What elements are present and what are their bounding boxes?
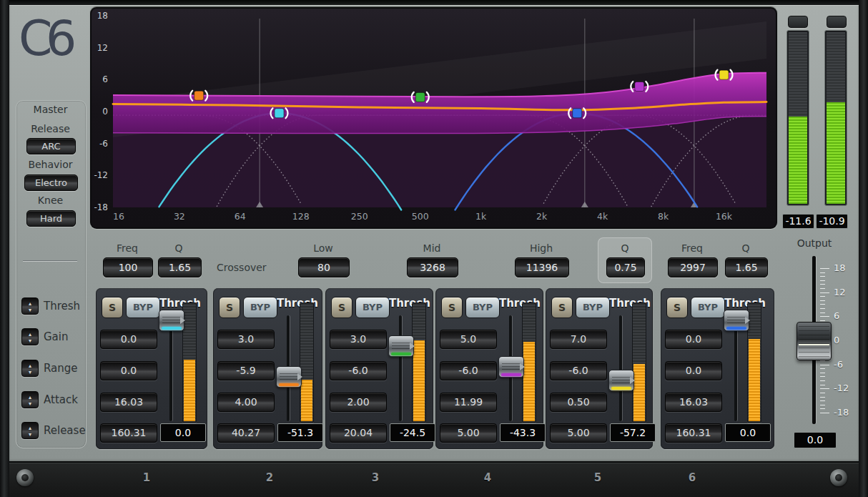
solo-button[interactable]: S (666, 297, 688, 318)
crossover-mid-label: Mid (423, 242, 441, 254)
thresh-value[interactable]: -43.3 (500, 423, 546, 442)
band-color-stripe (611, 387, 631, 390)
release-value[interactable]: 20.04 (330, 423, 387, 443)
master-title: Master (16, 104, 85, 115)
solo-button[interactable]: S (331, 297, 352, 318)
bypass-button[interactable]: BYP (243, 297, 277, 318)
master-release-stepper[interactable]: ▴▾ (21, 422, 39, 439)
y-axis-label: -18 (94, 202, 108, 212)
attack-value[interactable]: 11.99 (440, 393, 497, 412)
output-scale-label: -18 (834, 407, 858, 418)
band-number-label: 3 (372, 471, 379, 484)
band-strip-3: S BYP Thresh 3.0 -6.0 2.00 20.04 -24.5 (325, 288, 433, 449)
frequency-graph: 181260-6-12-181632641282505001k2k4k8k16k (90, 7, 777, 229)
range-value[interactable]: -6.0 (440, 361, 497, 380)
solo-button[interactable]: S (102, 297, 123, 318)
knee-button[interactable]: Hard (26, 210, 76, 227)
band1-freq-value[interactable]: 100 (103, 257, 153, 277)
clip-indicator-right[interactable] (827, 16, 847, 28)
crossover-high-value[interactable]: 11396 (515, 257, 569, 277)
gain-value[interactable]: 3.0 (330, 330, 387, 349)
band-level-meter-fill (184, 360, 195, 421)
gain-value[interactable]: 0.0 (100, 330, 157, 349)
range-value[interactable]: -5.9 (217, 361, 275, 380)
attack-value[interactable]: 16.03 (100, 393, 157, 412)
gain-value[interactable]: 0.0 (665, 330, 722, 349)
output-scale-label: -6 (834, 359, 858, 370)
attack-value[interactable]: 2.00 (330, 393, 387, 412)
release-value[interactable]: 40.27 (217, 423, 275, 443)
solo-button[interactable]: S (551, 297, 573, 318)
band-level-meter-fill (749, 339, 760, 421)
thresh-fader-track[interactable] (399, 315, 402, 421)
release-value[interactable]: 5.00 (440, 423, 497, 443)
thresh-fader-track[interactable] (619, 315, 622, 421)
meter-value-right[interactable]: -10.9 (816, 214, 848, 229)
solo-button[interactable]: S (219, 297, 240, 318)
thresh-fader-thumb[interactable] (724, 310, 749, 331)
gain-value[interactable]: 7.0 (550, 330, 607, 349)
arc-button[interactable]: ARC (26, 138, 76, 154)
x-axis-label: 32 (174, 211, 185, 222)
band-level-meter (632, 302, 646, 423)
thresh-fader-thumb[interactable] (608, 370, 634, 391)
screw-icon (830, 469, 847, 486)
footer-bar (9, 461, 859, 497)
output-value[interactable]: 0.0 (794, 432, 837, 448)
master-thresh-label: Thresh (44, 300, 80, 313)
x-axis-label: 500 (412, 211, 429, 222)
thresh-value[interactable]: 0.0 (725, 423, 771, 442)
thresh-fader-thumb[interactable] (388, 335, 414, 357)
meter-value-left[interactable]: -11.6 (782, 214, 814, 229)
band6-freq-value[interactable]: 2997 (668, 257, 718, 277)
crossover-mid-value[interactable]: 3268 (407, 257, 458, 277)
bypass-button[interactable]: BYP (465, 297, 500, 318)
thresh-value[interactable]: -51.3 (277, 423, 323, 442)
fader-grooves (727, 315, 746, 323)
crossover-high-label: High (530, 242, 553, 254)
thresh-fader-track[interactable] (734, 315, 737, 421)
output-fader-thumb[interactable] (797, 322, 832, 360)
range-value[interactable]: 0.0 (100, 361, 157, 380)
thresh-fader-track[interactable] (169, 315, 172, 421)
thresh-fader-thumb[interactable] (276, 366, 302, 388)
gain-value[interactable]: 3.0 (217, 330, 275, 349)
release-label: Release (16, 123, 85, 134)
solo-button[interactable]: S (441, 297, 463, 318)
bypass-button[interactable]: BYP (355, 297, 390, 318)
release-value[interactable]: 160.31 (100, 423, 157, 443)
release-value[interactable]: 5.00 (550, 423, 607, 443)
output-scale-label: 18 (834, 262, 858, 273)
clip-indicator-left[interactable] (788, 16, 808, 28)
range-value[interactable]: -6.0 (330, 361, 387, 380)
range-value[interactable]: 0.0 (665, 361, 722, 380)
crossover-q-value[interactable]: 0.75 (606, 257, 645, 277)
thresh-value[interactable]: 0.0 (160, 423, 206, 442)
band-level-meter (412, 302, 426, 423)
band-level-meter-fill (523, 342, 535, 421)
thresh-value[interactable]: -24.5 (390, 423, 435, 442)
master-attack-stepper[interactable]: ▴▾ (21, 391, 39, 408)
attack-value[interactable]: 4.00 (217, 393, 275, 412)
band1-q-value[interactable]: 1.65 (158, 257, 202, 277)
range-value[interactable]: -6.0 (550, 361, 607, 380)
thresh-fader-thumb[interactable] (498, 356, 524, 378)
master-thresh-stepper[interactable]: ▴▾ (21, 297, 39, 315)
attack-value[interactable]: 0.50 (550, 393, 607, 412)
crossover-low-value[interactable]: 80 (298, 257, 350, 277)
master-range-stepper[interactable]: ▴▾ (21, 360, 39, 377)
thresh-fader-thumb[interactable] (159, 310, 184, 331)
release-value[interactable]: 160.31 (665, 423, 722, 443)
attack-value[interactable]: 16.03 (665, 393, 722, 412)
band-strip-4: S BYP Thresh 5.0 -6.0 11.99 5.00 -43.3 (435, 288, 543, 449)
bypass-button[interactable]: BYP (126, 297, 160, 318)
band-level-meter-fill (301, 380, 312, 421)
bypass-button[interactable]: BYP (576, 297, 610, 318)
thresh-value[interactable]: -57.2 (610, 423, 656, 442)
bypass-button[interactable]: BYP (691, 297, 725, 318)
gain-value[interactable]: 5.0 (440, 330, 497, 349)
behavior-button[interactable]: Electro (24, 174, 78, 191)
master-gain-stepper[interactable]: ▴▾ (21, 328, 39, 345)
band6-q-value[interactable]: 1.65 (725, 257, 768, 277)
y-axis-label: 12 (97, 43, 108, 53)
